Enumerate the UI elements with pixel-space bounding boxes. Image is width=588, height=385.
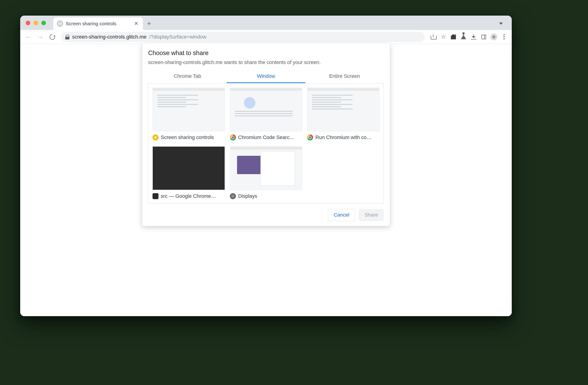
globe-icon	[57, 21, 63, 27]
window-option[interactable]: Displays	[230, 146, 302, 199]
window-option[interactable]: src — Google Chrome…	[152, 146, 225, 199]
close-tab-button[interactable]: ✕	[133, 21, 139, 27]
chevron-down-icon	[499, 22, 503, 25]
browser-window: Screen sharing controls ✕ + ← → screen-s…	[20, 16, 512, 316]
page-content: Choose what to share screen-sharing-cont…	[20, 44, 512, 316]
window-picker: Screen sharing controls Chromium Code Se…	[148, 83, 384, 204]
chrome-icon	[230, 135, 236, 140]
window-option[interactable]: Run Chromium with co…	[307, 88, 379, 140]
extensions-button[interactable]	[449, 32, 458, 41]
chrome-icon	[307, 135, 313, 140]
tab-entire-screen[interactable]: Entire Screen	[305, 70, 384, 83]
window-option[interactable]: Screen sharing controls	[152, 88, 225, 140]
downloads-button[interactable]	[469, 32, 478, 41]
url-path: /?displaySurface=window	[149, 34, 207, 40]
address-bar[interactable]: screen-sharing-controls.glitch.me/?displ…	[61, 32, 425, 42]
window-thumbnail	[230, 146, 302, 190]
window-label: Screen sharing controls	[161, 135, 214, 140]
flask-icon	[461, 35, 466, 39]
canary-icon	[152, 135, 158, 140]
lock-icon	[65, 35, 69, 39]
share-button[interactable]	[429, 32, 438, 41]
window-thumbnail	[152, 146, 225, 190]
window-thumbnail	[230, 88, 302, 131]
tab-window[interactable]: Window	[227, 70, 305, 83]
window-minimize-button[interactable]	[34, 21, 38, 25]
browser-tab[interactable]: Screen sharing controls ✕	[53, 18, 143, 30]
window-label: Run Chromium with co…	[315, 135, 372, 140]
dialog-title: Choose what to share	[148, 50, 384, 57]
dialog-actions: Cancel Share	[148, 209, 384, 221]
reload-button[interactable]	[47, 32, 57, 42]
window-label: src — Google Chrome…	[161, 193, 216, 199]
toolbar-actions: ☆	[429, 32, 508, 41]
kebab-icon	[504, 34, 505, 39]
dialog-subtitle: screen-sharing-controls.glitch.me wants …	[148, 59, 384, 65]
window-thumbnail	[152, 88, 225, 131]
back-button[interactable]: ←	[23, 32, 34, 42]
side-panel-button[interactable]	[479, 32, 488, 41]
window-thumbnail	[307, 88, 379, 131]
avatar-icon	[490, 34, 497, 40]
download-icon	[471, 34, 476, 39]
cancel-button[interactable]: Cancel	[328, 209, 355, 221]
terminal-icon	[152, 193, 158, 199]
toolbar: ← → screen-sharing-controls.glitch.me/?d…	[20, 30, 512, 44]
share-icon	[431, 34, 436, 39]
menu-button[interactable]	[499, 32, 508, 41]
settings-icon	[230, 193, 236, 199]
arrow-left-icon: ←	[25, 34, 32, 40]
window-label: Chromium Code Searc…	[238, 135, 295, 140]
window-controls	[26, 21, 46, 25]
window-close-button[interactable]	[26, 21, 30, 25]
star-icon: ☆	[441, 33, 446, 40]
tab-strip: Screen sharing controls ✕ +	[20, 16, 512, 30]
profile-button[interactable]	[489, 32, 498, 41]
share-button[interactable]: Share	[359, 209, 384, 221]
forward-button[interactable]: →	[35, 32, 45, 42]
dialog-tabs: Chrome Tab Window Entire Screen	[148, 70, 384, 83]
window-maximize-button[interactable]	[41, 21, 46, 25]
share-dialog: Choose what to share screen-sharing-cont…	[142, 44, 390, 226]
labs-button[interactable]	[459, 32, 468, 41]
reload-icon	[48, 33, 56, 41]
puzzle-icon	[451, 34, 456, 39]
tab-chrome-tab[interactable]: Chrome Tab	[148, 70, 227, 83]
bookmark-button[interactable]: ☆	[439, 32, 448, 41]
new-tab-button[interactable]: +	[143, 18, 155, 30]
tab-title: Screen sharing controls	[66, 21, 130, 26]
window-label: Displays	[238, 193, 257, 199]
url-host: screen-sharing-controls.glitch.me	[72, 34, 147, 40]
arrow-right-icon: →	[37, 34, 44, 40]
window-option[interactable]: Chromium Code Searc…	[230, 88, 302, 140]
all-tabs-button[interactable]	[495, 18, 507, 30]
panel-icon	[482, 35, 486, 39]
